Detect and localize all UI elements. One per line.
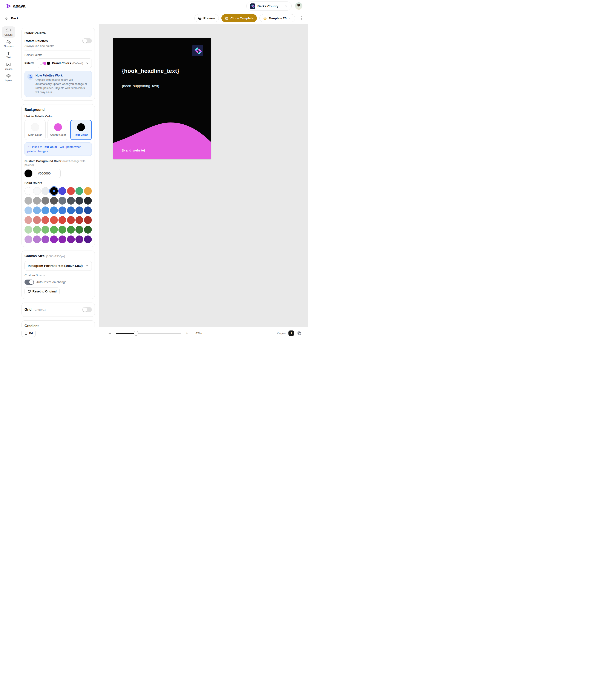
- fit-button[interactable]: Fit: [22, 330, 36, 337]
- zoom-slider[interactable]: [116, 333, 181, 334]
- solid-color-swatch[interactable]: [50, 216, 58, 224]
- solid-color-swatch[interactable]: [50, 197, 58, 204]
- pages-label: Pages: [276, 331, 286, 335]
- page-count-badge[interactable]: 1: [288, 330, 294, 336]
- poster[interactable]: {hook_headline_text} {hook_supporting_te…: [113, 38, 211, 159]
- bottom-bar: Fit − + 42% Pages 1: [0, 327, 308, 340]
- solid-color-swatch[interactable]: [58, 187, 66, 195]
- solid-color-swatch[interactable]: [75, 216, 83, 224]
- solid-color-swatch[interactable]: [75, 206, 83, 214]
- solid-color-swatch[interactable]: [67, 226, 75, 233]
- link-option-label: Accent Color: [50, 133, 66, 136]
- solid-color-swatch[interactable]: [84, 216, 92, 224]
- rail-item-text[interactable]: T Text: [2, 49, 15, 60]
- solid-color-swatch[interactable]: [75, 187, 83, 195]
- zoom-in-button[interactable]: +: [186, 331, 188, 335]
- solid-color-swatch[interactable]: [58, 235, 66, 243]
- auto-resize-toggle[interactable]: [25, 280, 34, 285]
- palette-dropdown[interactable]: Brand Colors (Default): [37, 59, 92, 68]
- solid-color-swatch[interactable]: [25, 226, 32, 233]
- rail-item-layers[interactable]: Layers: [2, 72, 15, 83]
- solid-color-swatch[interactable]: [50, 235, 58, 243]
- template-selector[interactable]: Template 20: [259, 14, 295, 22]
- solid-color-swatch[interactable]: [25, 216, 32, 224]
- workspace-selector[interactable]: Berks County ...: [246, 1, 292, 10]
- canvas-size-select[interactable]: Instagram Portrait Post (1080×1350): [25, 261, 92, 271]
- hex-color-input[interactable]: #000000: [35, 169, 61, 178]
- solid-color-swatch[interactable]: [67, 206, 75, 214]
- palette-suffix: (Default): [72, 62, 83, 65]
- duplicate-page-icon[interactable]: [297, 331, 302, 335]
- solid-color-swatch[interactable]: [41, 206, 49, 214]
- solid-color-swatch[interactable]: [67, 216, 75, 224]
- app-brand-name: apaya: [13, 3, 25, 9]
- back-button[interactable]: Back: [5, 16, 19, 20]
- preview-button[interactable]: Preview: [194, 14, 219, 22]
- solid-color-swatch[interactable]: [33, 235, 41, 243]
- custom-size-expander[interactable]: Custom Size: [25, 273, 92, 277]
- solid-color-swatch[interactable]: [67, 187, 75, 195]
- solid-color-swatch[interactable]: [41, 197, 49, 204]
- solid-color-swatch[interactable]: [75, 226, 83, 233]
- solid-color-swatch[interactable]: [33, 187, 41, 195]
- zoom-slider-knob[interactable]: [134, 331, 138, 336]
- solid-color-swatch[interactable]: [50, 206, 58, 214]
- rail-item-canvas[interactable]: Canvas: [2, 26, 15, 38]
- grid-label: Grid: [25, 308, 32, 311]
- custom-color-swatch[interactable]: [25, 169, 32, 177]
- solid-color-swatch[interactable]: [58, 206, 66, 214]
- solid-color-swatch[interactable]: [33, 206, 41, 214]
- link-option-text-color[interactable]: Text Color: [70, 120, 92, 140]
- solid-color-swatch[interactable]: [84, 206, 92, 214]
- solid-color-swatch[interactable]: [84, 226, 92, 233]
- solid-color-swatch[interactable]: [41, 187, 49, 195]
- solid-color-swatch[interactable]: [33, 216, 41, 224]
- rotate-palettes-toggle[interactable]: [82, 38, 92, 43]
- select-palette-label: Select Palette: [25, 53, 92, 57]
- solid-color-swatch[interactable]: [25, 187, 32, 195]
- rail-item-images[interactable]: Images: [2, 61, 15, 72]
- info-body: Objects with palette colors will automat…: [35, 78, 89, 94]
- solid-color-swatch[interactable]: [50, 226, 58, 233]
- solid-color-swatch[interactable]: [25, 206, 32, 214]
- link-to-palette-label: Link to Palette Color: [25, 115, 92, 118]
- palette-info-box: How Palettes Work Objects with palette c…: [25, 71, 92, 97]
- rail-item-label: Canvas: [4, 34, 12, 36]
- more-options-button[interactable]: [299, 16, 303, 20]
- solid-color-swatch[interactable]: [67, 197, 75, 204]
- solid-color-swatch[interactable]: [75, 197, 83, 204]
- grid-toggle[interactable]: [82, 307, 92, 312]
- solid-color-swatch[interactable]: [58, 216, 66, 224]
- poster-wave-shape[interactable]: [113, 38, 211, 159]
- rail-item-elements[interactable]: Elements: [2, 38, 15, 49]
- solid-color-swatch[interactable]: [33, 226, 41, 233]
- clone-template-button[interactable]: Clone Template: [221, 14, 257, 22]
- solid-color-swatch[interactable]: [75, 235, 83, 243]
- reset-to-original-button[interactable]: Reset to Original: [25, 288, 60, 295]
- link-option-main-color[interactable]: Main Color: [25, 120, 45, 140]
- poster-website-text[interactable]: {brand_website}: [122, 149, 145, 152]
- zoom-out-button[interactable]: −: [109, 331, 111, 335]
- solid-color-swatch[interactable]: [58, 197, 66, 204]
- solid-color-swatch[interactable]: [41, 216, 49, 224]
- solid-color-swatch[interactable]: [67, 235, 75, 243]
- color-dot: [77, 123, 85, 131]
- settings-panel: Color Palette Rotate Palettes Always use…: [17, 24, 99, 327]
- solid-color-swatch[interactable]: [58, 226, 66, 233]
- solid-color-swatch[interactable]: [84, 235, 92, 243]
- link-color-options: Main Color Accent Color Text Color: [25, 120, 92, 140]
- canvas-size-title: Canvas Size: [25, 254, 44, 258]
- solid-color-swatch[interactable]: [41, 226, 49, 233]
- user-avatar[interactable]: [295, 2, 302, 10]
- solid-color-swatch[interactable]: [50, 187, 58, 195]
- color-dot: [31, 123, 39, 131]
- solid-color-swatch[interactable]: [25, 235, 32, 243]
- canvas-workspace[interactable]: {hook_headline_text} {hook_supporting_te…: [99, 24, 308, 327]
- solid-color-swatch[interactable]: [84, 197, 92, 204]
- solid-color-swatch[interactable]: [25, 197, 32, 204]
- solid-color-swatch[interactable]: [33, 197, 41, 204]
- solid-color-swatch[interactable]: [41, 235, 49, 243]
- link-option-accent-color[interactable]: Accent Color: [48, 120, 68, 140]
- rail-item-label: Layers: [5, 79, 12, 82]
- solid-color-swatch[interactable]: [84, 187, 92, 195]
